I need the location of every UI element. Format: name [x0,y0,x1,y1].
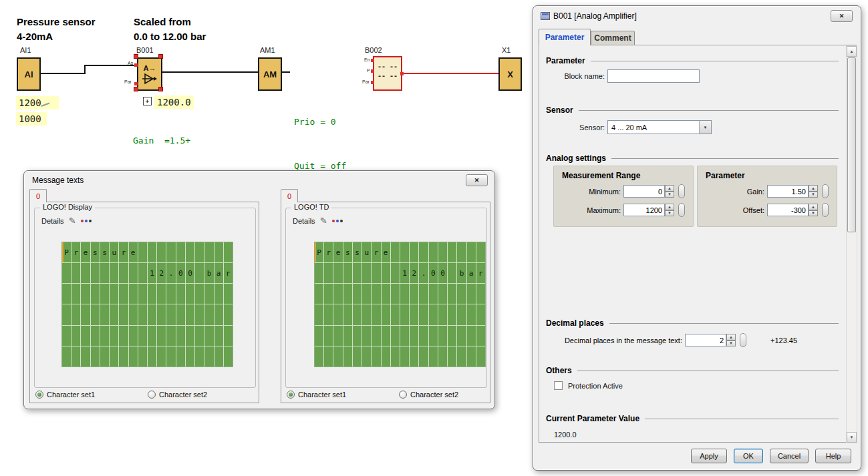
lcd-cell[interactable] [214,326,223,346]
spin-up-button[interactable]: ▲ [809,185,818,192]
lcd-cell[interactable] [81,284,90,304]
lcd-cell[interactable] [353,346,361,367]
lcd-cell[interactable] [100,346,109,367]
lcd-cell[interactable]: 0 [186,263,194,283]
lcd-cell[interactable] [129,304,138,324]
lcd-cell[interactable]: r [224,263,233,283]
lcd-cell[interactable] [448,284,456,304]
lcd-cell[interactable] [91,326,100,346]
lcd-cell[interactable] [186,304,194,324]
lcd-cell[interactable]: e [333,242,342,262]
tab-comment[interactable]: Comment [591,31,635,45]
decimal-places-input[interactable]: 2 [685,334,726,346]
lcd-cell[interactable] [71,346,80,367]
lcd-cell[interactable] [448,346,456,367]
lcd-cell[interactable] [204,284,213,304]
lcd-cell[interactable]: 0 [429,263,438,283]
lcd-cell[interactable] [204,326,213,346]
lcd-cell[interactable] [457,346,466,367]
lcd-cell[interactable] [166,326,175,346]
lcd-cell[interactable] [315,304,323,324]
lcd-cell[interactable] [476,326,485,346]
spin-up-button[interactable]: ▲ [665,204,674,210]
lcd-cell[interactable] [110,263,118,283]
lcd-cell[interactable]: P [62,242,71,262]
lcd-cell[interactable] [315,346,323,367]
lcd-cell[interactable]: P [315,242,323,262]
lcd-cell[interactable] [400,304,409,324]
pin-marker[interactable] [371,59,374,62]
edit-pencil-icon[interactable]: ✎ [69,216,76,225]
block-am1[interactable]: AM [258,57,282,91]
lcd-cell[interactable] [362,263,371,283]
lcd-cell[interactable] [62,346,71,367]
lcd-cell[interactable] [315,326,323,346]
lcd-cell[interactable] [353,304,361,324]
lcd-cell[interactable] [148,326,156,346]
lcd-cell[interactable] [382,304,390,324]
lcd-cell[interactable] [186,326,194,346]
lcd-cell[interactable] [157,346,166,367]
close-button[interactable]: ✕ [466,174,488,186]
selection-handle[interactable] [158,87,163,91]
lcd-cell[interactable] [71,263,80,283]
spin-down-button[interactable]: ▼ [665,192,674,198]
reference-button[interactable] [678,184,685,198]
lcd-cell[interactable] [204,346,213,367]
lcd-cell[interactable] [166,346,175,367]
lcd-cell[interactable] [467,242,476,262]
lcd-cell[interactable] [138,263,147,283]
lcd-cell[interactable] [119,263,128,283]
pin-marker[interactable] [371,81,374,84]
reference-button[interactable] [822,184,829,198]
lcd-cell[interactable] [391,242,400,262]
lcd-cell[interactable] [372,346,380,367]
block-ai1[interactable]: AI [17,57,41,91]
lcd-cell[interactable] [81,304,90,324]
lcd-cell[interactable] [333,263,342,283]
lcd-cell[interactable] [100,326,109,346]
scrollbar-thumb[interactable] [847,57,856,232]
lcd-cell[interactable] [324,326,333,346]
pin-marker[interactable] [134,82,138,85]
lcd-cell[interactable] [419,304,428,324]
lcd-cell[interactable] [362,346,371,367]
lcd-cell[interactable] [410,284,418,304]
lcd-cell[interactable] [62,284,71,304]
lcd-cell[interactable] [71,304,80,324]
pin-marker[interactable] [134,63,138,67]
lcd-cell[interactable] [138,326,147,346]
lcd-cell[interactable] [353,263,361,283]
lcd-cell[interactable]: 2 [157,263,166,283]
lcd-cell[interactable] [372,304,380,324]
lcd-cell[interactable]: s [343,242,352,262]
lcd-cell[interactable] [138,346,147,367]
reference-button[interactable] [822,203,829,217]
lcd-cell[interactable] [176,326,185,346]
gain-input[interactable]: 1.50 [767,185,809,198]
lcd-cell[interactable] [186,284,194,304]
pin-marker[interactable] [371,69,374,73]
lcd-cell[interactable] [176,284,185,304]
lcd-cell[interactable] [214,284,223,304]
radio-character-set2[interactable]: Character set2 [399,391,458,399]
lcd-cell[interactable]: a [467,263,476,283]
lcd-cell[interactable] [148,346,156,367]
spin-up-button[interactable]: ▲ [665,185,674,192]
lcd-cell[interactable] [195,242,204,262]
lcd-cell[interactable] [382,284,390,304]
lcd-cell[interactable] [176,242,185,262]
lcd-cell[interactable] [166,242,175,262]
vertical-scrollbar[interactable]: ▲ ▼ [846,45,857,443]
lcd-cell[interactable] [324,284,333,304]
radio-character-set2[interactable]: Character set2 [148,391,207,399]
lcd-cell[interactable] [400,284,409,304]
lcd-cell[interactable] [343,326,352,346]
lcd-cell[interactable] [448,263,456,283]
lcd-cell[interactable] [129,263,138,283]
selection-handle[interactable] [158,54,163,59]
lcd-cell[interactable] [129,284,138,304]
tab-parameter[interactable]: Parameter [539,29,591,45]
lcd-cell[interactable] [457,304,466,324]
tab-0-td[interactable]: 0 [281,189,298,202]
